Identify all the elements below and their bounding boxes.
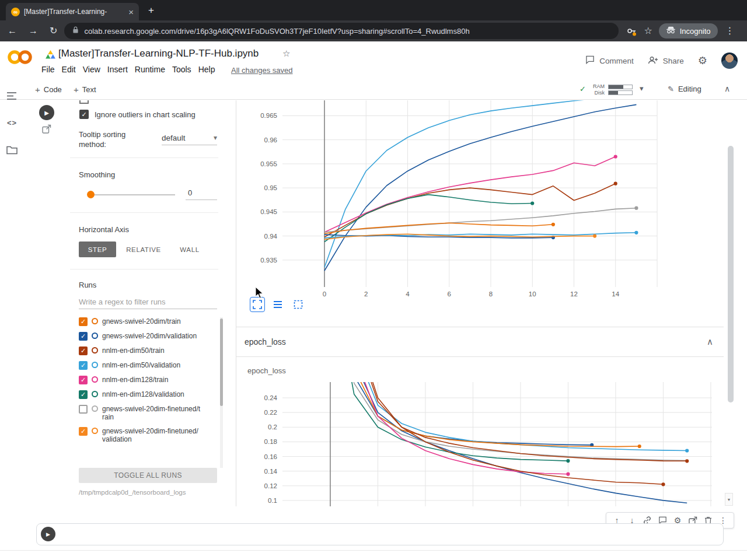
pencil-icon: ✎ [668, 85, 674, 93]
svg-text:10: 10 [529, 290, 536, 298]
notebook-title[interactable]: [Master]Transfer-Learning-NLP-TF-Hub.ipy… [58, 48, 259, 60]
star-notebook-icon[interactable]: ☆ [282, 48, 290, 59]
series-gnews-swivel-20dim/validation [330, 357, 592, 445]
run-row[interactable]: ✓gnews-swivel-20dim-finetuned/validation [79, 427, 219, 443]
run-checkbox-checked[interactable]: ✓ [79, 332, 88, 341]
runs-scrollbar-thumb[interactable] [220, 318, 223, 406]
axis-wall-button[interactable]: WALL [173, 242, 206, 257]
code-snippets-icon[interactable]: <> [7, 118, 17, 127]
run-checkbox-checked[interactable]: ✓ [79, 390, 88, 399]
run-cell-button[interactable]: ▶ [39, 105, 54, 120]
menu-edit[interactable]: Edit [62, 65, 76, 74]
colab-logo-icon [6, 48, 34, 69]
runs-filter-input[interactable] [79, 295, 217, 309]
resource-labels[interactable]: RAM Disk [588, 83, 605, 96]
epoch-loss-section-header[interactable]: epoch_loss ∧ [236, 327, 724, 357]
table-of-contents-icon[interactable] [6, 92, 18, 103]
view-data-icon[interactable] [270, 297, 285, 312]
ram-meter [608, 85, 633, 89]
url-bar[interactable]: colab.research.google.com/drive/16p3gA6l… [64, 23, 619, 39]
bookmark-star-icon[interactable]: ☆ [644, 26, 652, 36]
iframe-scrollbar-button[interactable]: ▼ [725, 493, 733, 506]
menu-insert[interactable]: Insert [107, 65, 128, 74]
toggle-all-runs-button[interactable]: TOGGLE ALL RUNS [79, 468, 217, 483]
run-color-circle[interactable] [92, 428, 98, 434]
resources-caret-icon[interactable]: ▾ [640, 84, 644, 93]
page-scrollbar-thumb[interactable] [728, 146, 734, 402]
run-row[interactable]: ✓gnews-swivel-20dim/validation [79, 332, 219, 341]
run-checkbox-checked[interactable]: ✓ [79, 346, 88, 355]
run-row[interactable]: ✓gnews-swivel-20dim/train [79, 317, 219, 326]
new-tab-button[interactable]: + [148, 5, 154, 16]
cropped-checkbox[interactable] [79, 100, 89, 104]
fit-domain-icon[interactable] [291, 297, 306, 312]
run-checkbox-checked[interactable]: ✓ [79, 427, 88, 436]
run-color-circle[interactable] [92, 391, 98, 397]
run-row[interactable]: ✓nnlm-en-dim128/train [79, 376, 219, 384]
run-checkbox-unchecked[interactable] [79, 405, 88, 414]
series-nnlm-en-dim50/train [330, 357, 687, 461]
header-actions: Comment Share ⚙ [585, 52, 738, 69]
run-color-circle[interactable] [92, 362, 98, 368]
browser-tab[interactable]: ∞ [Master]Transfer-Learning- × [6, 3, 139, 20]
add-text-button[interactable]: + Text [74, 85, 96, 94]
open-output-icon[interactable] [42, 124, 51, 136]
save-status[interactable]: All changes saved [231, 66, 293, 75]
run-checkbox-checked[interactable]: ✓ [79, 361, 88, 370]
avatar[interactable] [721, 52, 738, 69]
svg-text:6: 6 [448, 290, 451, 298]
forward-icon[interactable]: → [29, 26, 38, 36]
logdir-path: /tmp/tmpdcalp0d_/tensorboard_logs [79, 489, 186, 496]
run-color-circle[interactable] [92, 318, 98, 324]
run-row[interactable]: ✓nnlm-en-dim128/validation [79, 390, 219, 399]
files-icon[interactable] [6, 146, 18, 157]
svg-text:2: 2 [364, 290, 368, 298]
settings-gear-icon[interactable]: ⚙ [698, 54, 707, 67]
menu-runtime[interactable]: Runtime [135, 65, 165, 74]
reload-icon[interactable]: ↻ [50, 26, 57, 36]
ignore-outliers-label: Ignore outliers in chart scaling [95, 110, 196, 119]
run-color-circle[interactable] [92, 347, 98, 354]
series-nnlm-en-dim50/validation [324, 100, 636, 267]
colab-header: [Master]Transfer-Learning-NLP-TF-Hub.ipy… [0, 41, 747, 80]
run-cell-button[interactable]: ▶ [41, 527, 55, 541]
run-color-circle[interactable] [92, 405, 98, 412]
axis-relative-button[interactable]: RELATIVE [122, 242, 165, 257]
add-code-button[interactable]: + Code [35, 85, 62, 94]
run-row[interactable]: gnews-swivel-20dim-finetuned/train [79, 405, 219, 421]
menu-file[interactable]: File [41, 65, 55, 74]
mouse-cursor [255, 286, 264, 302]
run-row[interactable]: ✓nnlm-en-dim50/validation [79, 361, 219, 370]
axis-step-button[interactable]: STEP [79, 242, 116, 257]
tooltip-sorting-dropdown[interactable]: default ▾ [162, 131, 217, 145]
smoothing-value-input[interactable]: 0 [186, 186, 217, 200]
share-button[interactable]: Share [648, 56, 684, 66]
editing-mode-button[interactable]: ✎ Editing [668, 85, 701, 93]
run-color-circle[interactable] [92, 332, 98, 339]
code-cell[interactable]: ▶ [36, 523, 724, 545]
menu-tools[interactable]: Tools [172, 65, 191, 74]
smoothing-slider-track[interactable] [95, 194, 175, 195]
run-color-circle[interactable] [92, 376, 98, 383]
password-key-icon[interactable] [627, 26, 637, 36]
disk-meter [608, 90, 633, 95]
ignore-outliers-checkbox[interactable]: ✓ [79, 110, 89, 119]
smoothing-slider-thumb[interactable] [87, 191, 95, 198]
run-checkbox-checked[interactable]: ✓ [79, 317, 88, 326]
run-checkbox-checked[interactable]: ✓ [79, 376, 88, 384]
menu-help[interactable]: Help [198, 65, 215, 74]
plus-icon: + [74, 85, 79, 94]
run-label: gnews-swivel-20dim-finetuned/train [102, 405, 201, 421]
tab-close-icon[interactable]: × [128, 8, 134, 16]
run-row[interactable]: ✓nnlm-en-dim50/train [79, 346, 219, 355]
divider [70, 212, 218, 213]
resource-meters[interactable] [608, 85, 633, 96]
collapse-section-icon[interactable]: ∧ [707, 337, 713, 347]
svg-text:0.945: 0.945 [260, 208, 277, 215]
collapse-header-icon[interactable]: ∧ [724, 84, 730, 93]
series-gnews-swivel-20dim-finetuned/train [330, 357, 687, 461]
menu-view[interactable]: View [83, 65, 100, 74]
back-icon[interactable]: ← [8, 26, 17, 36]
comment-button[interactable]: Comment [585, 55, 634, 66]
browser-menu-icon[interactable]: ⋮ [725, 26, 735, 36]
